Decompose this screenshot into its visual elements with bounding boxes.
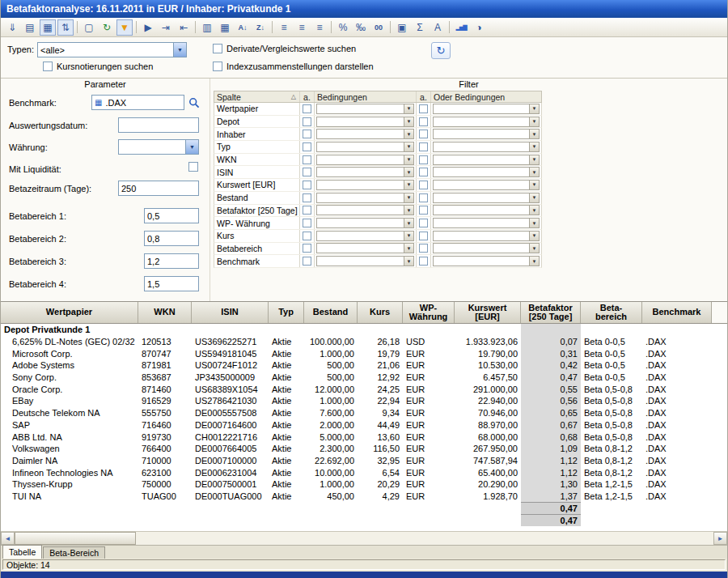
column-header-isin[interactable]: ISIN [192,302,269,323]
filter-bedingung-select[interactable]: ▼ [316,205,414,215]
table-row[interactable]: Sony Corp. 853687 JP3435000009 Aktie 500… [1,372,727,384]
column-header-bestand[interactable]: Bestand [304,302,358,323]
table-row[interactable]: SAP 716460 DE0007164600 Aktie 2.000,00 4… [1,419,727,431]
column-header-benchmark[interactable]: Benchmark [642,302,712,323]
filter-or-checkbox[interactable] [419,257,428,266]
filter-bedingung-select[interactable]: ▼ [316,104,414,114]
remove-decimal-icon[interactable]: 00 [370,19,387,36]
filter-bedingung-select[interactable]: ▼ [316,167,414,177]
filter-oder-select[interactable]: ▼ [433,231,540,241]
table-row[interactable]: Volkswagen 766400 DE0007664005 Aktie 2.3… [1,443,727,455]
filter-oder-select[interactable]: ▼ [433,180,540,190]
bar-chart-icon[interactable]: ▂▅▇ [453,19,469,36]
align-center-icon[interactable]: ≡ [294,19,310,36]
percent-icon[interactable]: % [335,19,351,36]
table-row[interactable]: ABB Ltd. NA 919730 CH0012221716 Aktie 5.… [1,431,727,443]
filter-oder-select[interactable]: ▼ [433,205,540,215]
filter-header-spalte[interactable]: Spalte △ [214,91,300,102]
align-left-icon[interactable]: ≡ [276,19,292,36]
filter-oder-select[interactable]: ▼ [433,155,540,165]
step-back-icon[interactable]: ⇤ [176,19,192,36]
filter-icon[interactable]: ▼ [116,19,133,36]
filter-and-checkbox[interactable] [303,155,311,164]
typen-select[interactable]: <alle> ▼ [37,42,187,57]
filter-bedingung-select[interactable]: ▼ [316,142,414,152]
table-row[interactable]: 6,625% DL-Notes (GEC) 02/32 120513 US369… [1,336,727,348]
transpose-icon[interactable]: ⇅ [57,19,74,36]
filter-or-checkbox[interactable] [419,219,428,227]
filter-bedingung-select[interactable]: ▼ [316,129,414,139]
filter-or-checkbox[interactable] [419,142,428,151]
add-decimal-icon[interactable]: ‰ [353,19,369,36]
column-header-betabereich[interactable]: Beta- bereich [581,302,642,323]
table-row[interactable]: Oracle Corp. 871460 US68389X1054 Aktie 1… [1,383,727,395]
filter-or-checkbox[interactable] [419,206,428,215]
scroll-left-button[interactable]: ◄ [1,532,15,545]
filter-bedingung-select[interactable]: ▼ [316,180,414,190]
filter-and-checkbox[interactable] [303,244,311,253]
filter-bedingung-select[interactable]: ▼ [316,218,414,228]
sort-ascending-icon[interactable]: A↓ [235,19,251,36]
table-row[interactable]: TUI NA TUAG00 DE000TUAG000 Aktie 450,00 … [1,491,727,503]
filter-oder-select[interactable]: ▼ [433,104,540,114]
tab-beta-bereich[interactable]: Beta-Bereich [43,546,105,559]
table-row[interactable]: EBay 916529 US2786421030 Aktie 1.000,00 … [1,395,727,407]
betabereich-1-input[interactable] [144,208,199,223]
scrollbar-thumb[interactable] [15,532,136,545]
table-row[interactable]: Infineon Technologies NA 623100 DE000623… [1,466,727,478]
refresh-button[interactable]: ↻ [431,42,451,59]
scrollbar-track[interactable] [15,532,713,545]
table-row[interactable]: Deutsche Telekom NA 555750 DE0005557508 … [1,407,727,419]
filter-or-checkbox[interactable] [419,104,428,113]
align-right-icon[interactable]: ≡ [311,19,328,36]
filter-and-checkbox[interactable] [303,219,311,227]
copy-table-icon[interactable]: ▤ [22,19,38,36]
table-row[interactable]: Adobe Systems 871981 US00724F1012 Aktie … [1,359,727,372]
column-header-wkn[interactable]: WKN [138,302,192,323]
index-checkbox[interactable] [213,62,222,71]
filter-or-checkbox[interactable] [419,181,428,189]
sort-descending-icon[interactable]: Z↓ [252,19,269,36]
filter-bedingung-select[interactable]: ▼ [316,117,414,127]
betazeitraum-input[interactable] [118,181,199,196]
filter-or-checkbox[interactable] [419,117,428,126]
filter-bedingung-select[interactable]: ▼ [316,243,414,253]
derivate-checkbox[interactable] [213,44,222,53]
column-header-typ[interactable]: Typ [269,302,304,323]
pie-chart-icon[interactable]: ◑ [471,19,487,36]
filter-oder-select[interactable]: ▼ [433,129,540,139]
chart-view-icon[interactable]: ▦ [40,19,56,36]
sum-icon[interactable]: Σ [412,19,428,36]
filter-bedingung-select[interactable]: ▼ [316,193,414,203]
betabereich-4-input[interactable] [144,276,199,291]
waehrung-select[interactable]: ▼ [118,139,199,155]
depot-group-row[interactable]: Depot Privatkunde 1 [1,324,727,336]
filter-or-checkbox[interactable] [419,168,428,176]
filter-and-checkbox[interactable] [303,117,311,126]
column-options-icon[interactable]: ▦ [217,19,233,36]
filter-and-checkbox[interactable] [303,257,311,266]
table-row[interactable]: Daimler NA 710000 DE0007100000 Aktie 22.… [1,455,727,467]
auswertungsdatum-input[interactable] [118,117,199,133]
betabereich-2-input[interactable] [144,231,199,246]
column-header-kurs[interactable]: Kurs [358,302,403,323]
filter-and-checkbox[interactable] [303,104,311,113]
filter-and-checkbox[interactable] [303,181,311,189]
filter-and-checkbox[interactable] [303,206,311,215]
step-forward-icon[interactable]: ⇥ [158,19,174,36]
filter-and-checkbox[interactable] [303,193,311,202]
filter-oder-select[interactable]: ▼ [433,167,540,177]
kursnotierungen-checkbox[interactable] [43,62,53,71]
column-header-kurswert[interactable]: Kurswert [EUR] [455,302,521,323]
filter-oder-select[interactable]: ▼ [433,243,540,253]
benchmark-search-button[interactable] [186,95,202,110]
new-window-icon[interactable]: ▢ [81,19,97,36]
filter-and-checkbox[interactable] [303,130,311,138]
filter-oder-select[interactable]: ▼ [433,193,540,203]
refresh-icon[interactable]: ↻ [99,19,115,36]
filter-or-checkbox[interactable] [419,232,428,240]
liquiditaet-checkbox[interactable] [188,162,198,172]
column-header-betafaktor[interactable]: Betafaktor [250 Tage] [521,302,581,323]
font-icon[interactable]: A [430,19,446,36]
horizontal-scrollbar[interactable]: ◄ ► [1,531,727,545]
